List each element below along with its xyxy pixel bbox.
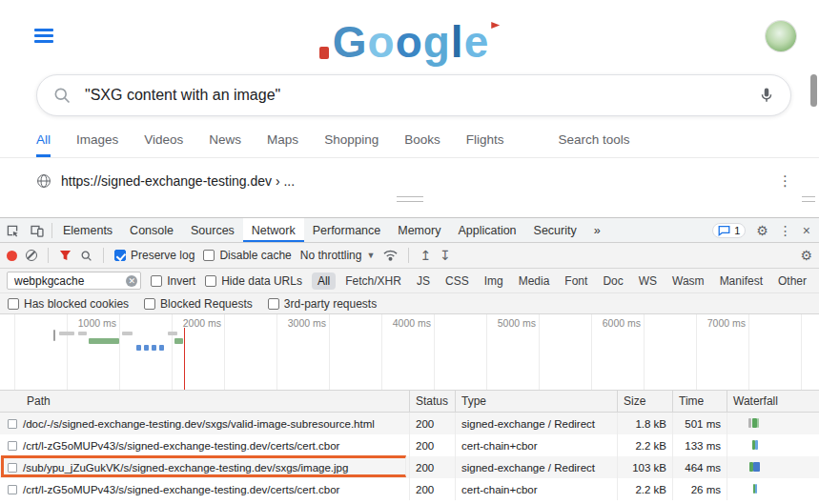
clear-filter-icon[interactable]: ✕ — [126, 275, 137, 287]
search-tools-button[interactable]: Search tools — [558, 132, 629, 157]
search-requests-icon[interactable] — [80, 250, 92, 262]
request-waterfall — [727, 456, 819, 478]
has-blocked-cookies-label: Has blocked cookies — [24, 297, 129, 311]
network-toolbar: Preserve log Disable cache No throttling… — [0, 243, 819, 269]
filter-type-fetch-xhr[interactable]: Fetch/XHR — [339, 272, 407, 290]
row-checkbox[interactable] — [8, 463, 17, 473]
console-messages-badge[interactable]: 1 — [712, 223, 746, 238]
third-party-requests-checkbox[interactable]: 3rd-party requests — [268, 297, 377, 311]
devtools-resize-handle[interactable] — [397, 196, 423, 202]
chevron-down-icon: ▼ — [366, 251, 375, 260]
request-size: 2.2 kB — [618, 478, 673, 500]
hide-data-urls-label: Hide data URLs — [221, 274, 302, 288]
has-blocked-cookies-checkbox[interactable]: Has blocked cookies — [8, 297, 129, 311]
devtools-tab-sources[interactable]: Sources — [182, 218, 243, 242]
export-har-icon[interactable]: ↧ — [440, 249, 451, 262]
filter-type-font[interactable]: Font — [559, 272, 593, 290]
search-result-tabs: All Images Videos News Maps Shopping Boo… — [0, 125, 819, 158]
devtools-tab-memory[interactable]: Memory — [389, 218, 449, 242]
devtools-close-icon[interactable]: × — [803, 224, 810, 237]
doodle-chair-decoration — [319, 47, 329, 59]
devtools-tab-security[interactable]: Security — [525, 218, 585, 242]
filter-input[interactable] — [12, 273, 126, 289]
devtools-menu-icon[interactable]: ⋮ — [779, 224, 792, 237]
import-har-icon[interactable]: ↥ — [420, 249, 431, 262]
requests-table: Path Status Type Size Time Waterfall /do… — [0, 391, 819, 504]
devtools-more-tabs-icon[interactable]: » — [585, 218, 609, 242]
network-overview-timeline[interactable]: 1000 ms 2000 ms 3000 ms 4000 ms 5000 ms … — [0, 314, 819, 391]
tab-images[interactable]: Images — [76, 132, 118, 157]
filter-type-doc[interactable]: Doc — [597, 272, 628, 290]
page-scrollbar[interactable] — [810, 74, 817, 107]
blocked-requests-checkbox[interactable]: Blocked Requests — [144, 297, 253, 311]
disable-cache-checkbox[interactable]: Disable cache — [203, 249, 291, 262]
device-toolbar-icon[interactable] — [25, 218, 50, 242]
network-conditions-icon[interactable] — [383, 250, 398, 261]
row-checkbox[interactable] — [8, 441, 17, 451]
invert-checkbox[interactable]: Invert — [151, 274, 195, 288]
microphone-icon[interactable] — [758, 87, 775, 104]
filter-type-img[interactable]: Img — [479, 272, 509, 290]
inspect-element-icon[interactable] — [0, 218, 25, 242]
column-header-type[interactable]: Type — [456, 391, 618, 412]
search-icon — [52, 86, 72, 105]
filter-type-other[interactable]: Other — [772, 272, 812, 290]
request-time: 501 ms — [673, 413, 727, 434]
tab-all[interactable]: All — [36, 132, 51, 157]
filter-type-all[interactable]: All — [312, 272, 336, 290]
result-menu-icon[interactable]: ⋮ — [778, 172, 792, 190]
site-favicon-globe-icon — [36, 173, 51, 189]
column-header-time[interactable]: Time — [673, 391, 727, 412]
checkbox-icon — [205, 275, 216, 287]
result-url[interactable]: https://signed-exchange-testing.dev › ..… — [61, 173, 768, 189]
filter-type-js[interactable]: JS — [411, 272, 436, 290]
table-row[interactable]: /crt/l-zG5oMUPv43/s/signed-exchange-test… — [0, 478, 819, 500]
devtools-resize-handle-right[interactable] — [802, 196, 815, 202]
table-row[interactable]: /doc/-/s/signed-exchange-testing.dev/sxg… — [0, 413, 819, 434]
devtools-tab-application[interactable]: Application — [449, 218, 524, 242]
clear-requests-icon[interactable] — [26, 250, 37, 261]
row-checkbox[interactable] — [8, 485, 17, 494]
divider — [408, 248, 409, 263]
filter-funnel-icon[interactable] — [59, 250, 72, 261]
column-header-status[interactable]: Status — [410, 391, 456, 412]
blocked-requests-label: Blocked Requests — [160, 297, 253, 311]
table-row[interactable]: /crt/l-zG5oMUPv43/s/signed-exchange-test… — [0, 434, 819, 456]
search-input[interactable] — [83, 86, 747, 105]
filter-type-wasm[interactable]: Wasm — [666, 272, 710, 290]
tab-flights[interactable]: Flights — [466, 132, 504, 157]
tab-maps[interactable]: Maps — [267, 132, 298, 157]
record-button[interactable] — [7, 251, 17, 261]
request-time: 26 ms — [673, 478, 727, 500]
network-settings-gear-icon[interactable]: ⚙ — [800, 249, 812, 262]
column-header-path[interactable]: Path — [0, 391, 410, 412]
preserve-log-checkbox[interactable]: Preserve log — [114, 249, 195, 262]
tab-shopping[interactable]: Shopping — [324, 132, 379, 157]
throttling-dropdown[interactable]: No throttling ▼ — [300, 249, 376, 262]
filter-type-css[interactable]: CSS — [440, 272, 475, 290]
tab-videos[interactable]: Videos — [144, 132, 183, 157]
filter-type-media[interactable]: Media — [513, 272, 556, 290]
column-header-waterfall[interactable]: Waterfall — [727, 391, 819, 412]
tab-news[interactable]: News — [209, 132, 241, 157]
filter-type-manifest[interactable]: Manifest — [714, 272, 768, 290]
devtools-settings-gear-icon[interactable]: ⚙ — [756, 224, 768, 237]
search-box[interactable] — [36, 74, 791, 116]
row-checkbox[interactable] — [8, 419, 17, 429]
tab-books[interactable]: Books — [404, 132, 440, 157]
request-type: signed-exchange / Redirect — [456, 413, 618, 434]
doodle-letter: G — [333, 19, 367, 65]
checkbox-icon — [144, 298, 155, 310]
request-path: /sub/ypu_jZuGukVK/s/signed-exchange-test… — [23, 462, 348, 474]
devtools-tab-performance[interactable]: Performance — [304, 218, 390, 242]
devtools-tab-network[interactable]: Network — [243, 218, 304, 242]
devtools-tab-console[interactable]: Console — [121, 218, 182, 242]
filter-type-ws[interactable]: WS — [633, 272, 663, 290]
search-result: https://signed-exchange-testing.dev › ..… — [0, 158, 819, 190]
hide-data-urls-checkbox[interactable]: Hide data URLs — [205, 274, 302, 288]
table-row-highlighted[interactable]: /sub/ypu_jZuGukVK/s/signed-exchange-test… — [0, 456, 819, 478]
column-header-size[interactable]: Size — [618, 391, 673, 412]
devtools-tab-elements[interactable]: Elements — [54, 218, 121, 242]
google-doodle[interactable]: G o o g l e — [0, 4, 819, 65]
profile-avatar[interactable] — [766, 21, 796, 51]
